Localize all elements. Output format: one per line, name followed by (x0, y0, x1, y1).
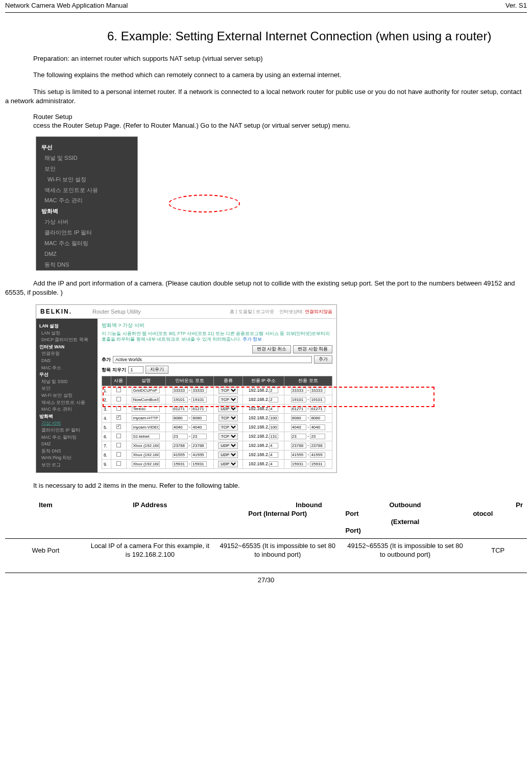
type-select[interactable]: UDP (218, 442, 238, 449)
ip-input[interactable] (269, 443, 278, 448)
inbound-port2-input[interactable] (191, 452, 207, 458)
menu-item[interactable]: 채널 및 SSID (36, 153, 137, 163)
ip-input[interactable] (269, 434, 278, 439)
sidebar-item[interactable]: DNS (39, 358, 94, 365)
inbound-port2-input[interactable] (191, 406, 207, 412)
private-port2-input[interactable] (310, 424, 325, 430)
type-select[interactable]: UDP (218, 461, 238, 467)
desc-input[interactable] (132, 461, 160, 467)
ip-input[interactable] (269, 415, 278, 421)
private-port1-input[interactable] (291, 415, 306, 421)
private-port1-input[interactable] (291, 443, 306, 448)
inbound-port2-input[interactable] (191, 434, 207, 439)
private-port2-input[interactable] (310, 434, 325, 439)
menu-item[interactable]: MAC 주소 필터링 (36, 238, 137, 249)
desc-input[interactable] (132, 452, 160, 458)
sidebar-item[interactable]: LAN 설정 (39, 330, 94, 337)
enable-checkbox[interactable] (116, 406, 121, 411)
sidebar-item[interactable]: 클라이언트 IP 필터 (39, 427, 94, 434)
sidebar-item[interactable]: DMZ (39, 441, 94, 448)
private-port2-input[interactable] (310, 461, 325, 467)
private-port2-input[interactable] (310, 388, 325, 393)
sidebar-item[interactable]: 보안 로그 (39, 462, 94, 469)
inbound-port2-input[interactable] (191, 415, 207, 421)
inbound-port1-input[interactable] (173, 397, 188, 402)
sidebar-item[interactable]: WAN Ping 차단 (39, 455, 94, 462)
inbound-port1-input[interactable] (173, 434, 188, 439)
desc-input[interactable] (132, 424, 160, 430)
enable-checkbox[interactable] (116, 461, 121, 466)
enable-checkbox[interactable] (116, 443, 121, 447)
inbound-port2-input[interactable] (191, 388, 207, 393)
enable-checkbox[interactable] (116, 415, 121, 420)
clear-select[interactable]: 1 (128, 366, 143, 373)
sidebar-item[interactable]: MAC 주소 필터링 (39, 434, 94, 441)
ip-input[interactable] (269, 452, 278, 458)
inbound-port2-input[interactable] (191, 443, 207, 448)
private-port1-input[interactable] (291, 434, 306, 439)
inbound-port1-input[interactable] (173, 415, 188, 421)
sidebar-item[interactable]: 연결유형 (39, 350, 94, 358)
private-port2-input[interactable] (310, 406, 325, 412)
inbound-port2-input[interactable] (191, 424, 207, 430)
desc-input[interactable] (132, 434, 160, 439)
sidebar-item[interactable]: DHCP 클라이언트 목록 (39, 337, 94, 344)
inbound-port1-input[interactable] (173, 461, 188, 467)
inbound-port2-input[interactable] (191, 461, 207, 467)
ip-input[interactable] (269, 397, 278, 402)
desc-input[interactable] (132, 443, 160, 448)
menu-item[interactable]: 액세스 포인트로 사용 (36, 185, 137, 196)
private-port1-input[interactable] (291, 461, 306, 467)
desc-input[interactable] (132, 406, 160, 412)
inbound-port1-input[interactable] (173, 388, 188, 393)
private-port2-input[interactable] (310, 443, 325, 448)
type-select[interactable]: TCP (219, 433, 238, 440)
utility-more-info-link[interactable]: 추가 정보 (243, 337, 262, 342)
type-select[interactable]: TCP (219, 415, 238, 421)
inbound-port1-input[interactable] (173, 424, 188, 430)
enable-checkbox[interactable] (116, 397, 121, 401)
cancel-button[interactable]: 변경 사항 취소 (252, 345, 292, 353)
menu-item[interactable]: Wi-Fi 보안 설정 (36, 174, 137, 185)
sidebar-item[interactable]: 액세스 포인트로 사용 (39, 399, 94, 407)
private-port2-input[interactable] (310, 397, 325, 402)
sidebar-item-virtual-server[interactable]: 가상 서버 (39, 420, 94, 427)
sidebar-item[interactable]: Wi-Fi 보안 설정 (39, 392, 94, 399)
enable-checkbox[interactable] (116, 434, 121, 438)
private-port1-input[interactable] (291, 406, 306, 412)
sidebar-item[interactable]: 보안 (39, 385, 94, 392)
sidebar-item[interactable]: MAC 주소 (39, 365, 94, 372)
type-select[interactable]: TCP (219, 424, 238, 431)
apply-button[interactable]: 변경 사항 적용 (293, 345, 332, 353)
menu-item[interactable]: DMZ (36, 249, 137, 259)
enable-checkbox[interactable] (116, 424, 121, 429)
type-select[interactable]: TCP (219, 396, 238, 403)
private-port1-input[interactable] (291, 452, 306, 458)
add-select[interactable]: Active Worlds (113, 356, 312, 363)
menu-item[interactable]: MAC 주소 관리 (36, 195, 137, 206)
private-port2-input[interactable] (310, 452, 325, 458)
desc-input[interactable] (132, 397, 160, 402)
inbound-port2-input[interactable] (191, 397, 207, 402)
private-port1-input[interactable] (291, 397, 306, 402)
private-port2-input[interactable] (310, 415, 325, 421)
type-select[interactable]: TCP (219, 387, 238, 394)
inbound-port1-input[interactable] (173, 406, 188, 412)
ip-input[interactable] (269, 461, 278, 467)
menu-item[interactable]: 보안 (36, 163, 137, 174)
desc-input[interactable] (132, 388, 160, 393)
sidebar-item[interactable]: 동적 DNS (39, 448, 94, 455)
menu-item[interactable]: 클라이언트 IP 필터 (36, 227, 137, 238)
menu-item-virtual-server[interactable]: 가상 서버 (36, 217, 137, 227)
ip-input[interactable] (269, 406, 278, 412)
inbound-port1-input[interactable] (173, 452, 188, 458)
enable-checkbox[interactable] (116, 388, 121, 392)
type-select[interactable]: UDP (218, 452, 238, 458)
desc-input[interactable] (132, 415, 160, 421)
inbound-port1-input[interactable] (173, 443, 188, 448)
type-select[interactable]: UDP (218, 406, 238, 412)
clear-button[interactable]: 지우기 (146, 366, 168, 374)
private-port1-input[interactable] (291, 424, 306, 430)
utility-nav-links[interactable]: 홈 | 도움말 | 로그아웃 (230, 309, 274, 314)
sidebar-item[interactable]: 채널 및 SSID (39, 378, 94, 386)
